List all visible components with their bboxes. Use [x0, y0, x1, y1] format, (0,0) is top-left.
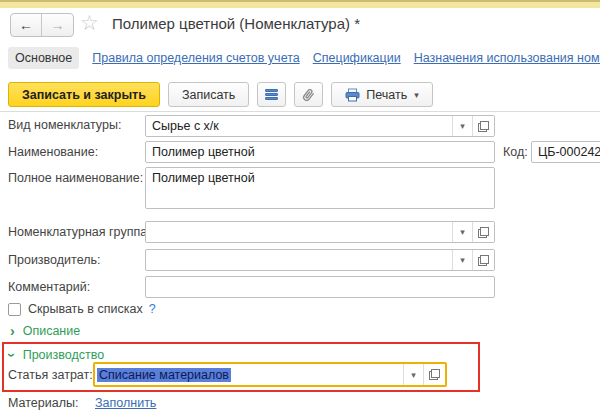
document-structure-icon	[265, 89, 278, 100]
print-button[interactable]: Печать ▾	[331, 82, 432, 107]
favorite-star-icon[interactable]: ☆	[80, 11, 99, 35]
print-button-label: Печать	[366, 88, 407, 102]
chevron-down-icon: ›	[5, 353, 19, 358]
materials-fill-link[interactable]: Заполнить	[95, 396, 156, 410]
section-production-toggle[interactable]: › Производство	[10, 348, 104, 362]
name-value: Полимер цветной	[146, 145, 494, 159]
paperclip-icon	[301, 87, 316, 103]
nomenclature-kind-label: Вид номенклатуры:	[8, 118, 121, 132]
cost-item-value-wrap: Списание материалов	[95, 368, 403, 382]
manufacturer-dropdown-icon[interactable]: ▾	[452, 250, 472, 270]
save-and-close-button[interactable]: Записать и закрыть	[8, 82, 160, 107]
materials-label: Материалы:	[8, 396, 78, 410]
comment-label: Комментарий:	[8, 280, 90, 294]
tab-bar: Основное Правила определения счетов учет…	[8, 46, 600, 70]
nomenclature-card-window: ← → ☆ Полимер цветной (Номенклатура) * О…	[0, 0, 600, 413]
page-title: Полимер цветной (Номенклатура) *	[112, 15, 360, 32]
nomenclature-group-label: Номенклатурная группа:	[8, 225, 151, 239]
back-button[interactable]: ←	[11, 14, 42, 36]
tab-main[interactable]: Основное	[8, 47, 79, 69]
cost-item-dropdown-icon[interactable]: ▾	[403, 364, 423, 385]
name-label: Наименование:	[8, 145, 98, 159]
full-name-value: Полимер цветной	[152, 171, 255, 185]
cost-item-selected-value: Списание материалов	[97, 368, 231, 382]
toolbar: Записать и закрыть Записать Печать ▾	[8, 82, 433, 107]
nomenclature-kind-open-button[interactable]	[472, 116, 494, 136]
open-icon	[478, 227, 489, 238]
open-icon	[478, 255, 489, 266]
open-icon	[429, 369, 440, 380]
tab-usage-purposes[interactable]: Назначения использования номенклатур	[414, 51, 600, 65]
manufacturer-field[interactable]: ▾	[145, 249, 495, 271]
full-name-label: Полное наименование:	[8, 171, 143, 185]
code-value: ЦБ-00024279	[532, 145, 600, 159]
attachments-button[interactable]	[294, 82, 323, 107]
save-button[interactable]: Записать	[168, 82, 249, 107]
code-field[interactable]: ЦБ-00024279	[531, 141, 600, 163]
cost-item-open-button[interactable]	[423, 364, 445, 385]
full-name-textarea[interactable]: Полимер цветной	[145, 167, 495, 209]
nomenclature-group-field[interactable]: ▾	[145, 221, 495, 243]
tab-account-rules[interactable]: Правила определения счетов учета	[92, 51, 299, 65]
print-dropdown-caret-icon: ▾	[414, 90, 419, 100]
nomenclature-kind-field[interactable]: Сырье с х/к ▾	[145, 115, 495, 137]
hide-in-lists-row: Скрывать в списках ?	[8, 302, 156, 316]
nomenclature-kind-value: Сырье с х/к	[146, 119, 452, 133]
chevron-right-icon: ›	[10, 324, 15, 338]
name-field[interactable]: Полимер цветной	[145, 141, 495, 163]
open-icon	[478, 121, 489, 132]
manufacturer-label: Производитель:	[8, 253, 100, 267]
comment-field[interactable]	[145, 276, 495, 298]
code-label: Код:	[503, 145, 528, 159]
hide-in-lists-checkbox[interactable]	[8, 303, 21, 316]
back-arrow-icon: ←	[19, 17, 33, 33]
cost-item-label: Статья затрат:	[8, 368, 93, 382]
section-production-title: Производство	[23, 348, 105, 362]
nomenclature-kind-dropdown-icon[interactable]: ▾	[452, 116, 472, 136]
printer-icon	[345, 88, 360, 102]
manufacturer-open-button[interactable]	[472, 250, 494, 270]
tab-specifications[interactable]: Спецификации	[313, 51, 401, 65]
section-description-toggle[interactable]: › Описание	[10, 324, 80, 338]
document-structure-button[interactable]	[257, 82, 286, 107]
toolbar-separator	[0, 111, 600, 112]
forward-arrow-icon: →	[51, 17, 65, 33]
hide-in-lists-label: Скрывать в списках	[28, 302, 143, 316]
nomenclature-group-open-button[interactable]	[472, 222, 494, 242]
help-icon[interactable]: ?	[149, 302, 156, 316]
section-description-title: Описание	[23, 324, 81, 338]
history-nav: ← →	[10, 13, 74, 37]
nomenclature-group-dropdown-icon[interactable]: ▾	[452, 222, 472, 242]
cost-item-field[interactable]: Списание материалов ▾	[93, 362, 447, 387]
window-top-strip	[0, 0, 600, 8]
forward-button[interactable]: →	[42, 14, 73, 36]
